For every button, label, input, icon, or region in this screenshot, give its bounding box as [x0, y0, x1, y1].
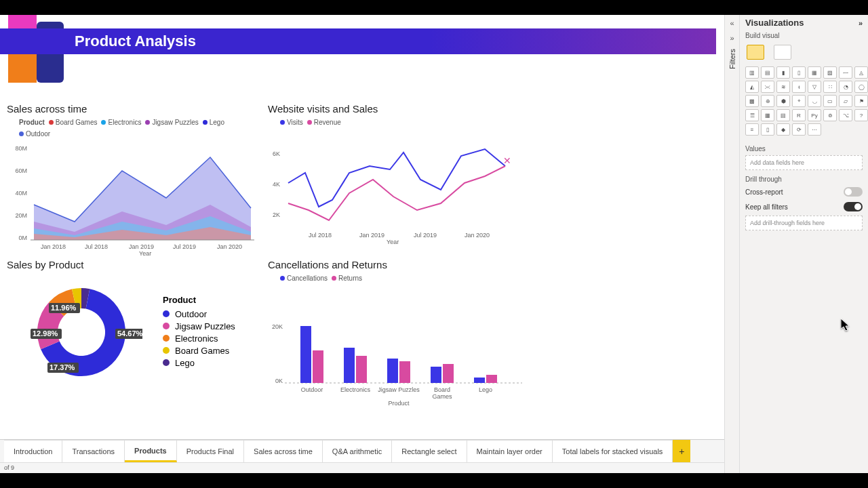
viz-100stacked-col-icon[interactable]: ▧	[823, 66, 837, 79]
viz-powerapps-icon[interactable]: ◆	[776, 123, 790, 136]
svg-text:Electronics: Electronics	[340, 386, 371, 393]
chart-legend: Product Board Games Electronics Jigsaw P…	[19, 119, 258, 138]
svg-text:Jul 2018: Jul 2018	[85, 243, 108, 250]
svg-text:Jul 2018: Jul 2018	[309, 232, 332, 239]
drill-through-label: Drill through	[740, 171, 868, 184]
svg-text:Jan 2020: Jan 2020	[217, 243, 242, 250]
viz-more-icon[interactable]: ⋯	[808, 123, 821, 136]
viz-filled-map-icon[interactable]: ⬢	[776, 95, 790, 107]
keep-filters-label: Keep all filters	[745, 203, 788, 211]
viz-clustered-bar-icon[interactable]: ▤	[761, 66, 774, 79]
viz-line-col-icon[interactable]: ⩙	[761, 81, 774, 93]
chart-cancel-returns[interactable]: Cancellations and Returns Cancellations …	[268, 259, 526, 409]
svg-text:2K: 2K	[273, 211, 280, 218]
viz-clustered-col-icon[interactable]: ▯	[792, 66, 806, 79]
svg-rect-32	[300, 326, 311, 383]
viz-automate-icon[interactable]: ⟳	[792, 123, 806, 136]
keep-filters-toggle[interactable]	[844, 202, 863, 211]
line-chart-svg: 6K 4K 2K ✕ Jul 2018 Jan 2019 Jul 2019 Ja…	[268, 129, 519, 244]
svg-rect-35	[356, 356, 367, 383]
bar-chart-svg: 20K 0K Outdoor Electronics	[268, 285, 526, 407]
viz-qa-icon[interactable]: ?	[854, 109, 868, 121]
tab-maintain-layer[interactable]: Maintain layer order	[467, 440, 553, 462]
chart-visits-sales[interactable]: Website visits and Sales Visits Revenue …	[268, 103, 519, 247]
viz-decomp-icon[interactable]: ⌥	[839, 109, 852, 121]
viz-key-influencers-icon[interactable]: ⊚	[823, 109, 837, 121]
tab-introduction[interactable]: Introduction	[4, 440, 62, 462]
page-tabs: Introduction Transactions Products Produ…	[0, 439, 724, 462]
mouse-cursor-icon	[841, 319, 852, 332]
viz-r-icon[interactable]: R	[792, 109, 806, 121]
viz-pie-icon[interactable]: ◔	[839, 81, 852, 93]
tab-qa-arithmetic[interactable]: Q&A arithmetic	[323, 440, 392, 462]
viz-ribbon-icon[interactable]: ≋	[776, 81, 790, 93]
viz-subtitle: Build visual	[740, 30, 868, 41]
chart-title: Sales across time	[7, 103, 258, 115]
viz-narrative-icon[interactable]: ≡	[745, 123, 759, 136]
chart-sales-across-time[interactable]: Sales across time Product Board Games El…	[7, 103, 258, 258]
tab-sales-across-time[interactable]: Sales across time	[244, 440, 323, 462]
viz-multi-card-icon[interactable]: ▱	[839, 95, 852, 107]
viz-donut-icon[interactable]: ◯	[854, 81, 868, 93]
build-visual-tab-icon[interactable]	[747, 45, 764, 60]
tab-total-labels[interactable]: Total labels for stacked visuals	[553, 440, 673, 462]
viz-waterfall-icon[interactable]: ⫞	[792, 81, 806, 93]
values-label: Values	[740, 141, 868, 154]
viz-kpi-icon[interactable]: ⚑	[854, 95, 868, 107]
svg-text:40M: 40M	[15, 190, 27, 197]
viz-stacked-area-icon[interactable]: ◭	[745, 81, 759, 93]
viz-matrix-icon[interactable]: ▤	[776, 109, 790, 121]
viz-funnel-icon[interactable]: ▽	[808, 81, 821, 93]
tab-products[interactable]: Products	[125, 440, 177, 462]
tab-products-final[interactable]: Products Final	[177, 440, 244, 462]
svg-text:60M: 60M	[15, 167, 27, 174]
tab-rectangle-select[interactable]: Rectangle select	[392, 440, 467, 462]
viz-slicer-icon[interactable]: ☰	[745, 109, 759, 121]
report-canvas[interactable]: Product Analysis Sales across time Produ…	[0, 15, 724, 439]
chart-legend: Visits Revenue	[280, 119, 519, 126]
filters-pane-collapsed[interactable]: « » Filters	[724, 15, 739, 473]
svg-rect-37	[399, 361, 410, 383]
svg-text:Jul 2019: Jul 2019	[173, 243, 196, 250]
viz-paginated-icon[interactable]: ▯	[761, 123, 774, 136]
viz-stacked-bar-icon[interactable]: ▥	[745, 66, 759, 79]
svg-rect-40	[474, 378, 485, 383]
cross-report-label: Cross-report	[745, 188, 783, 196]
svg-text:11.96%: 11.96%	[51, 304, 77, 312]
svg-text:Year: Year	[387, 239, 399, 244]
chart-sales-by-product[interactable]: Sales by Product	[7, 259, 258, 390]
svg-text:Jigsaw Puzzles: Jigsaw Puzzles	[378, 386, 420, 393]
viz-area-icon[interactable]: ◬	[854, 66, 868, 79]
add-page-button[interactable]: +	[673, 440, 690, 462]
svg-text:Lego: Lego	[479, 386, 492, 393]
viz-gauge-icon[interactable]: ◡	[808, 95, 821, 107]
svg-text:Jan 2019: Jan 2019	[359, 232, 384, 239]
viz-scatter-icon[interactable]: ∷	[823, 81, 837, 93]
viz-map-icon[interactable]: ⊕	[761, 95, 774, 107]
viz-line-icon[interactable]: ⁓	[839, 66, 852, 79]
tab-transactions[interactable]: Transactions	[62, 440, 125, 462]
svg-rect-33	[313, 350, 323, 383]
expand-filters-icon[interactable]: «	[730, 19, 734, 27]
viz-100stacked-bar-icon[interactable]: ▦	[808, 66, 821, 79]
svg-text:0M: 0M	[18, 235, 27, 241]
collapse-viz-icon[interactable]: »	[859, 19, 863, 27]
viz-stacked-col-icon[interactable]: ▮	[776, 66, 790, 79]
viz-py-icon[interactable]: Py	[808, 109, 821, 121]
drill-through-well[interactable]: Add drill-through fields here	[745, 216, 863, 230]
collapse-icon[interactable]: »	[730, 34, 734, 42]
svg-text:54.67%: 54.67%	[117, 329, 142, 338]
area-chart-svg: 80M 60M 40M 20M 0M Jan 2018 J	[7, 140, 258, 256]
viz-card-icon[interactable]: ▭	[823, 95, 837, 107]
svg-text:6K: 6K	[273, 150, 280, 157]
cross-report-toggle[interactable]	[844, 187, 863, 197]
format-visual-tab-icon[interactable]	[774, 45, 791, 60]
viz-table-icon[interactable]: ▦	[761, 109, 774, 121]
svg-text:Year: Year	[139, 250, 151, 256]
chart-title: Cancellations and Returns	[268, 259, 526, 270]
viz-treemap-icon[interactable]: ▩	[745, 95, 759, 107]
svg-text:Jan 2018: Jan 2018	[41, 243, 66, 250]
viz-azure-map-icon[interactable]: ⌖	[792, 95, 806, 107]
values-field-well[interactable]: Add data fields here	[745, 155, 863, 170]
donut-chart-svg: 54.67% 17.37% 12.98% 11.96%	[7, 274, 142, 390]
